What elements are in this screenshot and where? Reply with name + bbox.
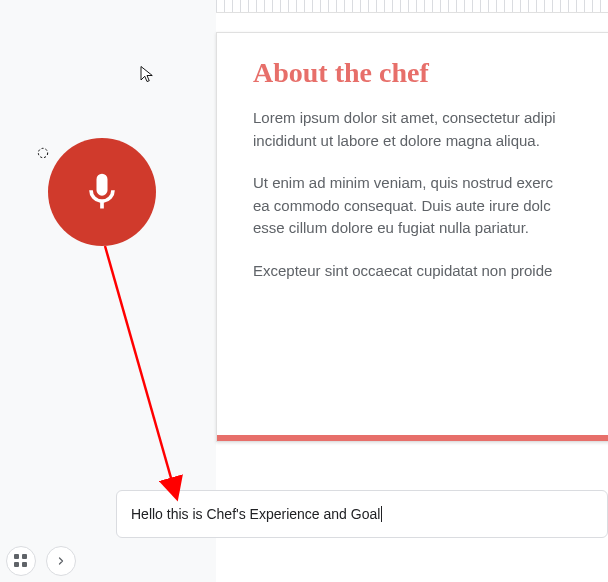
paragraph-1[interactable]: Lorem ipsum dolor sit amet, consectetur …: [253, 107, 573, 152]
bottom-toolbar: [6, 546, 76, 576]
chevron-right-icon: [55, 555, 67, 567]
heading-about-chef[interactable]: About the chef: [253, 57, 573, 89]
grid-icon: [14, 554, 28, 568]
paragraph-2[interactable]: Ut enim ad minim veniam, quis nostrud ex…: [253, 172, 573, 240]
divider-bar: [217, 435, 608, 441]
voice-typing-button[interactable]: [48, 138, 156, 246]
microphone-icon: [80, 170, 124, 214]
ruler: [216, 0, 608, 13]
grid-button[interactable]: [6, 546, 36, 576]
paragraph-3[interactable]: Excepteur sint occaecat cupidatat non pr…: [253, 260, 573, 283]
voice-input-text: Hello this is Chef's Experience and Goal: [131, 506, 380, 522]
next-button[interactable]: [46, 546, 76, 576]
document-page[interactable]: About the chef Lorem ipsum dolor sit ame…: [216, 32, 608, 442]
voice-input-field[interactable]: Hello this is Chef's Experience and Goal: [116, 490, 608, 538]
text-caret: [381, 506, 382, 522]
